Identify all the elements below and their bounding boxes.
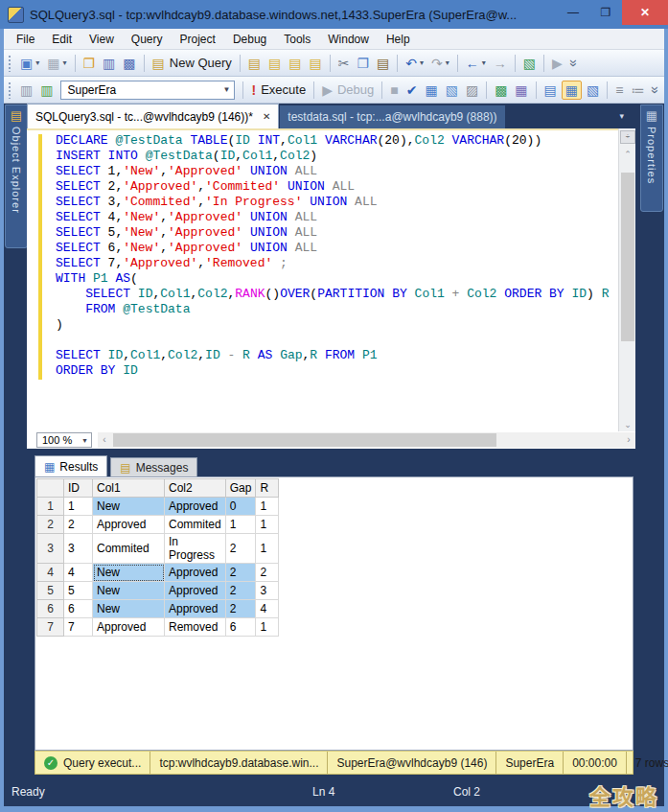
mdx-query-icon[interactable]: ▤ bbox=[265, 55, 284, 72]
grid-cell[interactable]: Approved bbox=[93, 618, 165, 637]
intellisense-icon[interactable]: ▨ bbox=[463, 81, 481, 99]
row-indicator[interactable]: 7 bbox=[37, 618, 64, 637]
grid-cell[interactable]: 6 bbox=[64, 600, 93, 618]
minimize-button[interactable]: — bbox=[557, 0, 589, 25]
menu-debug[interactable]: Debug bbox=[224, 30, 275, 49]
copy-icon[interactable]: ❐ bbox=[354, 55, 372, 72]
parse-icon[interactable]: ✔ bbox=[403, 81, 421, 99]
close-icon[interactable]: ✕ bbox=[263, 111, 270, 122]
column-header-col2[interactable]: Col2 bbox=[165, 479, 226, 498]
redo-icon[interactable]: ↷▾ bbox=[428, 55, 452, 72]
menu-help[interactable]: Help bbox=[378, 30, 419, 49]
grid-cell[interactable]: 1 bbox=[225, 516, 256, 534]
add-item-icon[interactable]: ▦▾ bbox=[44, 55, 69, 72]
grid-cell[interactable]: 7 bbox=[64, 618, 93, 637]
tab-testdata[interactable]: testdata.sql - tcp:...a@wvlhdcayb9 (888)… bbox=[280, 105, 504, 128]
column-header-r[interactable]: R bbox=[256, 479, 279, 498]
sidebar-tab-object-explorer[interactable]: ▤ Object Explorer bbox=[5, 104, 28, 248]
activity-monitor-icon[interactable]: ▧ bbox=[520, 55, 539, 72]
grid-cell[interactable]: New bbox=[93, 564, 165, 582]
grid-cell[interactable]: 1 bbox=[256, 534, 279, 564]
toolbar-overflow-icon[interactable]: » bbox=[649, 81, 662, 99]
estimated-plan-icon[interactable]: ▦ bbox=[422, 81, 440, 99]
results-to-grid-icon[interactable]: ▦ bbox=[562, 81, 582, 100]
tab-list-dropdown-icon[interactable]: ▾ bbox=[619, 111, 624, 121]
template-params-icon[interactable]: ▩ bbox=[492, 81, 510, 99]
menu-view[interactable]: View bbox=[81, 30, 123, 49]
row-indicator[interactable]: 6 bbox=[37, 600, 64, 618]
connect-icon[interactable]: ▥ bbox=[17, 81, 35, 99]
open-file-icon[interactable]: ❐ bbox=[81, 55, 99, 72]
comment-lines-icon[interactable]: ≡ bbox=[612, 81, 626, 99]
editor-horizontal-scrollbar[interactable]: ‹ › bbox=[98, 432, 635, 448]
grid-cell[interactable]: 2 bbox=[225, 582, 256, 600]
tab-results[interactable]: ▦ Results bbox=[35, 455, 107, 476]
grid-cell[interactable]: 4 bbox=[64, 564, 93, 582]
column-header-col1[interactable]: Col1 bbox=[93, 479, 165, 498]
grid-cell[interactable]: In Progress bbox=[165, 534, 226, 564]
design-query-icon[interactable]: ▦ bbox=[512, 81, 530, 99]
grid-cell[interactable]: 2 bbox=[225, 600, 256, 618]
grid-cell[interactable]: Approved bbox=[165, 582, 226, 600]
grid-cell[interactable]: Approved bbox=[165, 498, 226, 516]
maximize-button[interactable]: ❐ bbox=[589, 0, 622, 25]
splitter-handle[interactable]: ÷ bbox=[620, 130, 635, 144]
grid-cell[interactable]: New bbox=[93, 498, 165, 516]
grid-cell[interactable]: Commited bbox=[165, 516, 226, 534]
sql-editor[interactable]: DECLARE @TestData TABLE(ID INT,Col1 VARC… bbox=[27, 128, 618, 431]
database-combobox[interactable]: SuperEra ▼ bbox=[60, 81, 235, 100]
grid-cell[interactable]: 1 bbox=[256, 516, 279, 534]
grid-cell[interactable]: Approved bbox=[165, 600, 226, 618]
grid-cell[interactable]: 3 bbox=[64, 534, 93, 564]
grid-cell[interactable]: 2 bbox=[64, 516, 93, 534]
grid-cell[interactable]: 2 bbox=[225, 534, 256, 564]
grid-cell[interactable]: 3 bbox=[256, 582, 279, 600]
database-engine-query-icon[interactable]: ▤ bbox=[245, 55, 264, 72]
scrollbar-thumb[interactable] bbox=[621, 173, 634, 341]
uncomment-lines-icon[interactable]: ≔ bbox=[628, 81, 647, 99]
navigate-forward-icon[interactable]: → bbox=[491, 55, 510, 72]
scroll-right-icon[interactable]: › bbox=[622, 432, 635, 448]
debug-button[interactable]: ▶Debug bbox=[319, 81, 377, 99]
grid-cell[interactable]: 2 bbox=[256, 564, 279, 582]
grid-cell[interactable]: 1 bbox=[256, 498, 279, 516]
new-query-button[interactable]: ▤New Query bbox=[150, 55, 235, 72]
row-indicator[interactable]: 1 bbox=[37, 498, 64, 516]
sql-code[interactable]: DECLARE @TestData TABLE(ID INT,Col1 VARC… bbox=[56, 133, 609, 379]
zoom-combobox[interactable]: 100 % ▼ bbox=[36, 432, 92, 448]
grid-cell[interactable]: 6 bbox=[225, 618, 256, 637]
grid-cell[interactable]: Approved bbox=[165, 564, 226, 582]
grid-cell[interactable]: Approved bbox=[93, 516, 165, 534]
menu-edit[interactable]: Edit bbox=[43, 30, 81, 49]
scroll-left-icon[interactable]: ‹ bbox=[98, 432, 111, 448]
new-query-window-icon[interactable]: ▣▾ bbox=[17, 55, 42, 72]
undo-icon[interactable]: ↶▾ bbox=[403, 55, 426, 72]
grid-cell[interactable]: 1 bbox=[256, 618, 279, 637]
xmla-query-icon[interactable]: ▤ bbox=[307, 55, 325, 72]
navigate-backward-icon[interactable]: ←▾ bbox=[463, 55, 489, 72]
paste-icon[interactable]: ▤ bbox=[374, 55, 392, 72]
close-button[interactable]: ✕ bbox=[622, 0, 668, 25]
results-to-text-icon[interactable]: ▤ bbox=[541, 81, 560, 99]
play-icon[interactable]: ▶ bbox=[549, 55, 565, 72]
row-indicator[interactable]: 4 bbox=[37, 564, 64, 582]
tab-sqlquery3[interactable]: SQLQuery3.sql - tc...@wvlhdcayb9 (146))*… bbox=[27, 104, 279, 128]
stop-icon[interactable]: ■ bbox=[387, 81, 401, 99]
toolbar-overflow-icon[interactable]: » bbox=[567, 55, 581, 72]
grid-cell[interactable]: Commited bbox=[93, 534, 165, 564]
grid-cell[interactable]: 0 bbox=[225, 498, 256, 516]
row-indicator[interactable]: 3 bbox=[37, 534, 64, 564]
grid-cell[interactable]: Removed bbox=[165, 618, 226, 637]
tab-messages[interactable]: ▤ Messages bbox=[110, 457, 197, 476]
grid-cell[interactable]: 5 bbox=[64, 582, 93, 600]
row-indicator[interactable]: 2 bbox=[37, 516, 64, 534]
dmx-query-icon[interactable]: ▤ bbox=[286, 55, 304, 72]
editor-vertical-scrollbar[interactable]: ÷ ⌃ ⌄ bbox=[618, 128, 635, 431]
toolbar-grip[interactable] bbox=[8, 81, 12, 99]
menu-tools[interactable]: Tools bbox=[275, 30, 319, 49]
menu-window[interactable]: Window bbox=[319, 30, 378, 49]
grid-cell[interactable]: 2 bbox=[225, 564, 256, 582]
cut-icon[interactable]: ✂ bbox=[335, 55, 353, 72]
execute-button[interactable]: !Execute bbox=[248, 81, 309, 99]
grid-cell[interactable]: 1 bbox=[64, 498, 93, 516]
